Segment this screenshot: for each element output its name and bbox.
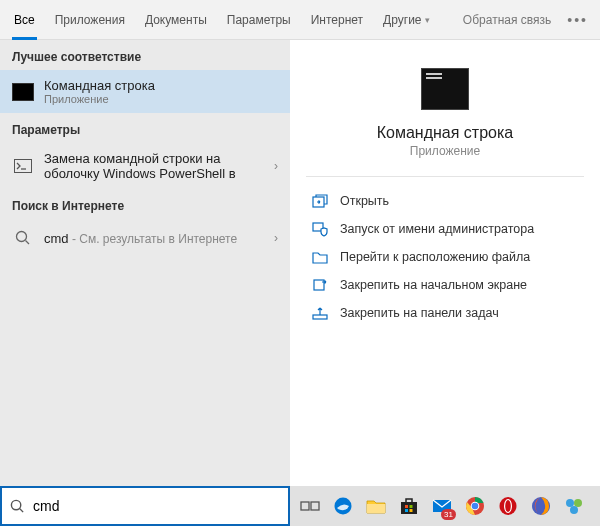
result-query: cmd	[44, 231, 69, 246]
more-options-icon[interactable]: •••	[559, 12, 596, 28]
result-title-line2: оболочку Windows PowerShell в	[44, 166, 236, 181]
divider	[306, 176, 584, 177]
tab-all[interactable]: Все	[4, 0, 45, 40]
action-open[interactable]: Открыть	[306, 187, 584, 215]
tab-apps[interactable]: Приложения	[45, 0, 135, 40]
action-pin-start[interactable]: Закрепить на начальном экране	[306, 271, 584, 299]
task-view-icon[interactable]	[298, 494, 322, 518]
svg-rect-7	[313, 315, 327, 319]
svg-point-8	[11, 500, 20, 509]
tab-internet[interactable]: Интернет	[301, 0, 373, 40]
app-icon[interactable]	[562, 494, 586, 518]
action-label: Закрепить на начальном экране	[340, 278, 527, 292]
section-settings: Параметры	[0, 113, 290, 143]
svg-point-22	[472, 503, 479, 510]
chevron-down-icon: ▾	[425, 15, 430, 25]
pin-taskbar-icon	[310, 305, 330, 321]
result-hint: - См. результаты в Интернете	[69, 232, 238, 246]
search-icon	[12, 227, 34, 249]
svg-rect-0	[15, 160, 32, 173]
terminal-setting-icon	[12, 155, 34, 177]
result-web-cmd[interactable]: cmd - См. результаты в Интернете ›	[0, 219, 290, 257]
svg-point-27	[566, 499, 574, 507]
open-icon	[310, 193, 330, 209]
tab-settings[interactable]: Параметры	[217, 0, 301, 40]
svg-rect-18	[410, 509, 413, 512]
search-results-pane: Лучшее соответствие Командная строка При…	[0, 40, 290, 486]
preview-subtitle: Приложение	[306, 144, 584, 158]
action-label: Закрепить на панели задач	[340, 306, 499, 320]
search-input[interactable]	[33, 498, 280, 514]
preview-pane: Командная строка Приложение Открыть Запу…	[290, 40, 600, 486]
section-web: Поиск в Интернете	[0, 189, 290, 219]
action-label: Открыть	[340, 194, 389, 208]
taskbar: 31	[0, 486, 600, 526]
tab-documents[interactable]: Документы	[135, 0, 217, 40]
firefox-browser-icon[interactable]	[529, 494, 553, 518]
svg-rect-15	[405, 505, 408, 508]
action-pin-taskbar[interactable]: Закрепить на панели задач	[306, 299, 584, 327]
mail-icon[interactable]: 31	[430, 494, 454, 518]
svg-rect-11	[311, 502, 319, 510]
svg-rect-17	[405, 509, 408, 512]
edge-browser-icon[interactable]	[331, 494, 355, 518]
tab-other[interactable]: Другие ▾	[373, 0, 440, 40]
action-label: Запуск от имени администратора	[340, 222, 534, 236]
feedback-link[interactable]: Обратная связь	[455, 13, 559, 27]
chevron-right-icon: ›	[274, 159, 278, 173]
microsoft-store-icon[interactable]	[397, 494, 421, 518]
action-label: Перейти к расположению файла	[340, 250, 530, 264]
taskbar-search-box[interactable]	[0, 486, 290, 526]
svg-point-2	[17, 232, 27, 242]
svg-line-9	[20, 508, 23, 511]
svg-rect-13	[367, 504, 385, 513]
file-explorer-icon[interactable]	[364, 494, 388, 518]
result-command-prompt[interactable]: Командная строка Приложение	[0, 70, 290, 113]
result-setting-powershell[interactable]: Замена командной строки на оболочку Wind…	[0, 143, 290, 189]
folder-location-icon	[310, 249, 330, 265]
command-prompt-icon	[12, 81, 34, 103]
chevron-right-icon: ›	[274, 231, 278, 245]
opera-browser-icon[interactable]	[496, 494, 520, 518]
chrome-browser-icon[interactable]	[463, 494, 487, 518]
svg-rect-10	[301, 502, 309, 510]
search-icon	[10, 499, 25, 514]
command-prompt-large-icon	[421, 68, 469, 110]
search-filter-tabs: Все Приложения Документы Параметры Интер…	[0, 0, 600, 40]
pin-start-icon	[310, 277, 330, 293]
svg-point-28	[574, 499, 582, 507]
section-best-match: Лучшее соответствие	[0, 40, 290, 70]
svg-rect-16	[410, 505, 413, 508]
preview-title: Командная строка	[306, 124, 584, 142]
action-open-location[interactable]: Перейти к расположению файла	[306, 243, 584, 271]
result-subtitle: Приложение	[44, 93, 155, 105]
result-title: Командная строка	[44, 78, 155, 93]
action-run-admin[interactable]: Запуск от имени администратора	[306, 215, 584, 243]
svg-rect-14	[401, 502, 417, 514]
admin-shield-icon	[310, 221, 330, 237]
svg-point-25	[505, 500, 511, 512]
result-title: Замена командной строки на	[44, 151, 236, 166]
svg-point-29	[570, 506, 578, 514]
svg-line-3	[26, 241, 30, 245]
